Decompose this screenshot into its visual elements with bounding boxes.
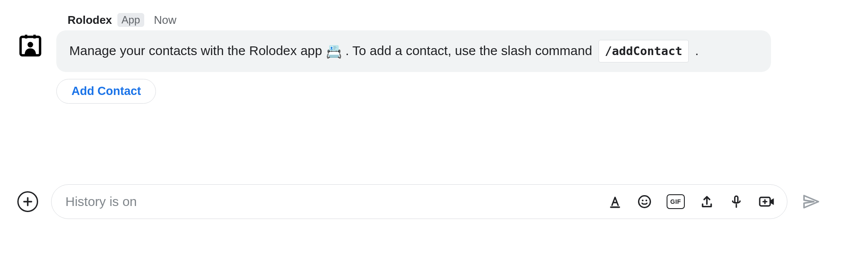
slash-command-code: /addContact	[599, 40, 689, 62]
message-text-1: Manage your contacts with the Rolodex ap…	[69, 43, 326, 58]
emoji-button[interactable]	[637, 194, 652, 209]
app-avatar	[17, 33, 43, 59]
video-meeting-button[interactable]	[758, 194, 776, 209]
video-plus-icon	[758, 194, 776, 209]
svg-rect-2	[33, 35, 36, 39]
message-input[interactable]	[65, 194, 603, 209]
gif-label: GIF	[670, 198, 681, 205]
send-icon	[802, 193, 820, 211]
svg-rect-1	[25, 35, 28, 39]
app-badge: App	[117, 13, 145, 27]
upload-button[interactable]	[700, 194, 714, 209]
message-composer[interactable]: GIF	[51, 184, 787, 219]
format-text-button[interactable]	[608, 194, 622, 209]
add-attachment-button[interactable]	[17, 191, 38, 212]
microphone-icon	[729, 194, 744, 209]
message-timestamp: Now	[154, 13, 176, 27]
svg-rect-8	[735, 196, 738, 203]
gif-button[interactable]: GIF	[667, 194, 685, 209]
text-format-icon	[608, 194, 622, 209]
send-button[interactable]	[800, 191, 821, 212]
message-text-2: . To add a contact, use the slash comman…	[345, 43, 596, 58]
smile-icon	[637, 194, 652, 209]
message-header: Rolodex App Now	[56, 13, 851, 30]
contact-card-icon	[17, 33, 43, 59]
svg-point-5	[639, 196, 651, 208]
message-bubble: Manage your contacts with the Rolodex ap…	[56, 30, 771, 72]
plus-icon	[22, 196, 33, 207]
svg-point-7	[645, 199, 647, 201]
svg-point-3	[28, 42, 33, 48]
sender-name: Rolodex	[68, 13, 112, 27]
svg-point-6	[642, 199, 644, 201]
voice-message-button[interactable]	[729, 194, 744, 209]
add-contact-button[interactable]: Add Contact	[56, 79, 156, 104]
message-row: Rolodex App Now Manage your contacts wit…	[17, 13, 851, 104]
message-text-3: .	[695, 43, 699, 58]
rolodex-emoji: 📇	[326, 44, 342, 59]
upload-icon	[700, 194, 714, 209]
